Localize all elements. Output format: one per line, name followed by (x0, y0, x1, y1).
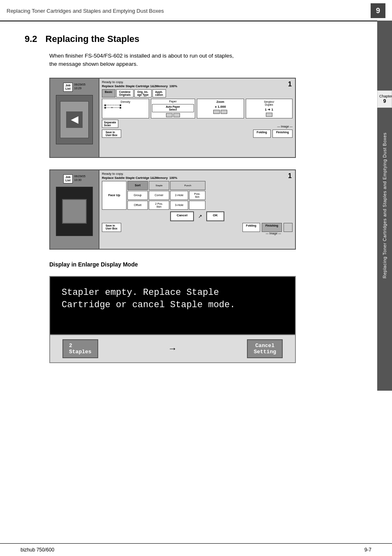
screen2-status: Ready to copy. (102, 172, 293, 176)
enlarge-display-footer: 2 Staples → Cancel Setting (50, 334, 295, 362)
enlarge-footer-staples: 2 Staples (62, 339, 98, 358)
screen2-right-panel: 1 Ready to copy. Replace Saddle Staple C… (99, 170, 295, 249)
screen2-image-thumb (284, 223, 293, 232)
enlarge-footer-cancel-line1: Cancel (254, 343, 276, 349)
screen1-datetime: 06/29/0510:29 (74, 83, 85, 90)
screen1-tab-appli: Appli-cation (152, 89, 166, 97)
footer-page: 9-7 (364, 547, 371, 553)
screen2-action-row: Cancel ↗ OK (102, 211, 293, 221)
screen1-status: Ready to copy. (102, 80, 293, 84)
section-heading: 9.2 Replacing the Staples (25, 34, 371, 44)
screen2-offset: Offset (127, 201, 148, 210)
screen2-footer: Save inUser Box Folding Finishing (102, 223, 293, 232)
section-number: 9.2 (25, 34, 37, 44)
screen1-controls: Density (102, 99, 293, 118)
screen2-image-label: — Image — (102, 232, 293, 235)
screen2-staple-header: Staple (149, 181, 169, 190)
screen2-folding: Folding (242, 223, 260, 232)
screen1-paper: Paper Auto PaperSelect (151, 99, 196, 118)
body-text-line1: When finisher FS-504/FS-602 is installed… (49, 53, 234, 59)
screen2-ok: OK (206, 211, 224, 221)
display-mode-heading: Display in Enlarge Display Mode (49, 261, 371, 268)
screen2-pos2: 2 Pos-ition (149, 201, 169, 210)
enlarge-display: Stapler empty. Replace Staple Cartridge … (49, 276, 296, 363)
screen1-second-row: SeparateScan — Image — (102, 120, 293, 128)
screen2-group: Group (127, 191, 148, 200)
chapter-num: 9 (379, 98, 390, 104)
screen1-tabs: Basic CombineOriginals Orig. Im-age Type… (102, 89, 293, 97)
screen2-save-box: Save inUser Box (102, 223, 121, 232)
screen2-sort: Sort (127, 181, 148, 190)
enlarge-footer-staples-label: Staples (69, 349, 92, 355)
body-text-line2: the message shown below appears. (49, 61, 138, 67)
screen1-footer: Save inUser Box Folding Finishing (102, 130, 293, 138)
copier-screen-2: JobList 06/29/0510:30 1 Ready to copy. R… (49, 169, 296, 250)
footer-product: bizhub 750/600 (21, 547, 54, 553)
right-sidebar: Replacing Toner Cartridges and Staples a… (377, 21, 392, 391)
screen2-job-list: JobList (63, 174, 72, 184)
enlarge-message-line2: Cartridge or cancel Staple mode. (62, 300, 235, 310)
enlarge-footer-arrow-icon: → (168, 343, 177, 354)
screen1-save-box: Save inUser Box (102, 130, 121, 138)
page-header: Replacing Toner Cartridges and Staples a… (0, 0, 392, 21)
body-text: When finisher FS-504/FS-602 is installed… (49, 52, 371, 69)
screen1-right-panel: 1 Ready to copy. Replace Saddle Staple C… (99, 79, 295, 157)
enlarge-footer-cancel: Cancel Setting (247, 339, 283, 358)
screen2-face-up: Face Up (102, 181, 127, 210)
screen2-corner: Corner (149, 191, 169, 200)
header-title: Replacing Toner Cartridges and Staples a… (7, 8, 164, 14)
screen1-tab-basic: Basic (102, 89, 115, 97)
main-content: 9.2 Replacing the Staples When finisher … (0, 21, 392, 375)
screen2-finishing: Finishing (262, 223, 282, 232)
screen1-folding: Folding (253, 130, 271, 138)
chapter-number: 9 (371, 3, 385, 18)
screen1-job-list: JobList (63, 83, 72, 92)
screen2-left-panel: JobList 06/29/0510:30 (50, 170, 99, 249)
section-title: Replacing the Staples (46, 34, 140, 44)
sidebar-text: Replacing Toner Cartridges and Staples a… (382, 133, 387, 279)
screen2-cancel: Cancel (170, 211, 194, 221)
screen1-finishing: Finishing (272, 130, 293, 138)
page-footer: bizhub 750/600 9-7 (0, 543, 392, 556)
screen1-tab-combine: CombineOriginals (116, 89, 134, 97)
screen1-left-panel: JobList 06/29/0510:29 ◀ (50, 79, 99, 157)
chapter-label: Chapter 9 (377, 90, 392, 108)
screen2-container: JobList 06/29/0510:30 1 Ready to copy. R… (49, 169, 371, 250)
enlarge-message-line1: Stapler empty. Replace Staple (62, 287, 219, 298)
enlarge-display-screen: Stapler empty. Replace Staple Cartridge … (50, 277, 295, 334)
screen1-zoom: Zoom x 1.000 (197, 99, 244, 118)
screen2-punch-header: Punch (170, 181, 205, 190)
screen1-message: Replace Saddle Staple Cartridge 1&2Memor… (102, 84, 293, 88)
screen2-datetime: 06/29/0510:30 (74, 174, 85, 182)
enlarge-footer-num: 2 (69, 343, 92, 349)
screen1-tab-orig: Orig. Im-age Type (134, 89, 152, 97)
copier-screen-1: JobList 06/29/0510:29 ◀ 1 Ready to copy. (49, 78, 296, 158)
screen1-container: JobList 06/29/0510:29 ◀ 1 Ready to copy. (49, 78, 371, 158)
enlarge-footer-cancel-line2: Setting (254, 349, 276, 355)
screen2-empty (189, 201, 205, 210)
chapter-word: Chapter (379, 94, 390, 98)
screen2-finishing-grid: Face Up Sort Staple Punch Group Corner 2… (102, 181, 293, 210)
screen1-simplex: Simplex/Duplex 1 ➜ 1 (246, 99, 293, 118)
screen2-hole3: 3-Hole (170, 201, 188, 210)
screen1-density: Density (102, 99, 149, 118)
screen2-hole2: 2-Hole (170, 191, 188, 200)
screen2-message: Replace Saddle Staple Cartridge 1&2Memor… (102, 176, 293, 180)
screen2-posi: Posi-tion (189, 191, 205, 200)
